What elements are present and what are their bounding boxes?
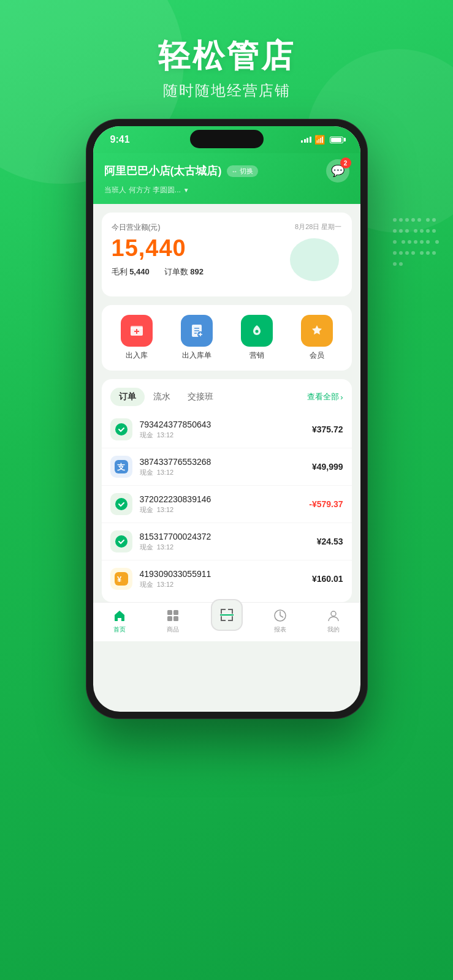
tab-group: 订单 流水 交接班	[110, 388, 222, 406]
notch	[190, 130, 264, 148]
order-item[interactable]: 支 387433776553268 现金 13:12 ¥49,999	[102, 448, 352, 486]
order-list: 793424377850643 现金 13:12 ¥375.72	[102, 406, 352, 602]
svg-rect-24	[167, 610, 172, 615]
nav-products[interactable]: 商品	[147, 608, 200, 634]
decorative-hand	[287, 235, 342, 284]
store-name: 阿里巴巴小店(太古城店)	[104, 164, 222, 178]
orders-label: 订单数	[164, 267, 188, 276]
order-amount: ¥49,999	[312, 462, 343, 472]
status-bar: 9:41 📶	[93, 126, 360, 153]
reports-icon	[272, 608, 288, 624]
staff-names: 何方方 李圆圆...	[129, 185, 181, 195]
scan-icon	[211, 599, 243, 631]
wifi-icon: 📶	[314, 135, 325, 145]
order-meta: 现金 13:12	[140, 580, 305, 589]
orders-section: 订单 流水 交接班 查看全部 ›	[102, 379, 352, 602]
order-id: 793424377850643	[140, 420, 305, 429]
svg-point-38	[331, 611, 336, 616]
tab-orders[interactable]: 订单	[110, 388, 145, 406]
action-member[interactable]: 会员	[301, 315, 333, 361]
order-item[interactable]: 372022230839146 现金 13:12 -¥579.37	[102, 486, 352, 523]
status-time: 9:41	[110, 134, 130, 145]
action-in-out-bill[interactable]: 出入库单	[181, 315, 213, 361]
orders-value: 892	[190, 267, 204, 276]
nav-mine[interactable]: 我的	[306, 608, 360, 634]
revenue-date: 8月28日 星期一	[287, 222, 342, 232]
in-out-bill-icon	[181, 315, 213, 347]
home-icon	[112, 608, 128, 624]
gross-profit-label: 毛利	[112, 267, 128, 276]
message-button[interactable]: 💬 2	[326, 159, 349, 183]
phone-frame: 9:41 📶	[86, 119, 368, 719]
svg-rect-33	[221, 616, 222, 621]
svg-rect-6	[131, 326, 143, 329]
mine-icon	[325, 608, 341, 624]
hero-section: 轻松管店 随时随地经营店铺	[0, 0, 453, 119]
nav-reports-label: 报表	[274, 625, 286, 634]
svg-point-20	[115, 498, 128, 510]
nav-mine-label: 我的	[327, 625, 340, 634]
view-all-button[interactable]: 查看全部 ›	[307, 391, 343, 402]
action-in-out-stock[interactable]: 出入库	[121, 315, 153, 361]
order-info: 419309033055911 现金 13:12	[140, 569, 305, 589]
nav-scan[interactable]	[200, 611, 253, 631]
nav-products-label: 商品	[167, 625, 179, 634]
order-info: 387433776553268 现金 13:12	[140, 457, 305, 477]
nav-reports[interactable]: 报表	[253, 608, 306, 634]
products-icon	[165, 608, 181, 624]
order-item[interactable]: 815317700024372 现金 13:12 ¥24.53	[102, 523, 352, 560]
nav-home[interactable]: 首页	[93, 608, 147, 634]
action-marketing[interactable]: 营销	[241, 315, 273, 361]
svg-text:¥: ¥	[117, 575, 122, 584]
svg-point-21	[115, 535, 128, 548]
app-header: 阿里巴巴小店(太古城店) ↔ 切换 💬 2 当班人 何方方 李圆圆... ▼	[93, 153, 360, 204]
marketing-icon	[241, 315, 273, 347]
gross-profit-stat: 毛利 5,440	[112, 266, 150, 277]
signal-icon	[301, 137, 311, 143]
staff-row: 当班人 何方方 李圆圆... ▼	[104, 185, 349, 195]
gross-profit-value: 5,440	[129, 267, 150, 276]
svg-text:支: 支	[117, 462, 126, 472]
switch-label: 切换	[240, 167, 253, 176]
phone-wrapper: 9:41 📶	[0, 119, 453, 719]
switch-button[interactable]: ↔ 切换	[227, 165, 258, 177]
marketing-label: 营销	[249, 350, 264, 361]
order-meta: 现金 13:12	[140, 431, 305, 440]
tab-handover[interactable]: 交接班	[179, 388, 222, 406]
revenue-label: 今日营业额(元)	[112, 222, 204, 233]
svg-point-17	[115, 423, 128, 435]
in-out-bill-label: 出入库单	[182, 350, 211, 361]
view-all-label: 查看全部	[307, 391, 339, 402]
order-icon-yellow: ¥	[110, 568, 132, 590]
revenue-card: 今日营业额(元) 15,440 毛利 5,440 订单数 892	[102, 213, 352, 296]
revenue-stats: 毛利 5,440 订单数 892	[112, 266, 204, 277]
tab-flow[interactable]: 流水	[145, 388, 179, 406]
hero-title: 轻松管店	[0, 37, 453, 75]
order-info: 815317700024372 现金 13:12	[140, 532, 310, 552]
in-out-stock-label: 出入库	[126, 350, 148, 361]
order-amount-negative: -¥579.37	[309, 499, 343, 509]
main-content: 今日营业额(元) 15,440 毛利 5,440 订单数 892	[93, 204, 360, 602]
store-row: 阿里巴巴小店(太古城店) ↔ 切换 💬 2	[104, 159, 349, 183]
order-icon-green2	[110, 493, 132, 515]
order-amount: ¥160.01	[312, 574, 343, 584]
order-icon-green3	[110, 530, 132, 552]
svg-rect-26	[167, 616, 172, 621]
order-item[interactable]: 793424377850643 现金 13:12 ¥375.72	[102, 411, 352, 448]
svg-rect-1	[305, 247, 313, 269]
order-amount: ¥24.53	[317, 537, 343, 546]
order-icon-green	[110, 418, 132, 440]
order-info: 793424377850643 现金 13:12	[140, 420, 305, 440]
order-id: 815317700024372	[140, 532, 310, 541]
dropdown-icon[interactable]: ▼	[183, 187, 189, 194]
order-amount: ¥375.72	[312, 424, 343, 434]
svg-point-16	[255, 330, 258, 333]
message-badge: 2	[340, 157, 351, 168]
in-out-stock-icon	[121, 315, 153, 347]
svg-rect-35	[232, 616, 233, 621]
svg-rect-25	[173, 610, 178, 615]
staff-prefix: 当班人	[104, 185, 126, 195]
order-id: 387433776553268	[140, 457, 305, 467]
order-item[interactable]: ¥ 419309033055911 现金 13:12 ¥160.01	[102, 560, 352, 597]
phone-screen: 9:41 📶	[93, 126, 360, 712]
